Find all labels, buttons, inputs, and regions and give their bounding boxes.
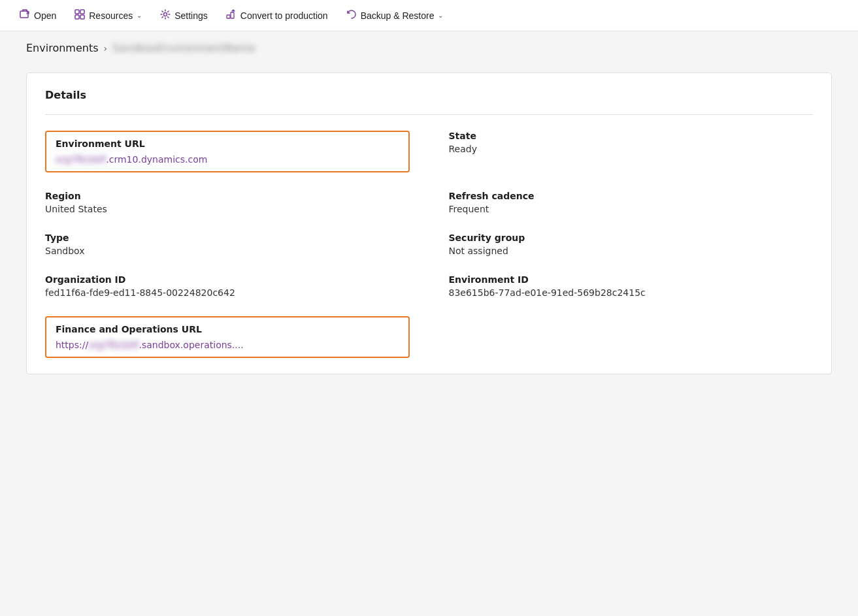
- open-label: Open: [34, 10, 56, 21]
- toolbar: Open Resources ⌄ Settings: [0, 0, 858, 31]
- backup-button[interactable]: Backup & Restore ⌄: [337, 4, 453, 27]
- resources-label: Resources: [89, 10, 133, 21]
- backup-chevron-icon: ⌄: [438, 12, 443, 19]
- svg-rect-4: [80, 15, 84, 19]
- type-field: Type Sandbox: [45, 233, 410, 256]
- env-url-value[interactable]: org7fb1b0f.crm10.dynamics.com: [56, 154, 399, 165]
- convert-button[interactable]: Convert to production: [217, 4, 337, 27]
- convert-label: Convert to production: [240, 10, 328, 21]
- svg-rect-3: [75, 15, 79, 19]
- env-url-blurred: org7fb1b0f: [56, 154, 106, 165]
- fo-url-suffix: .sandbox.operations....: [139, 340, 244, 350]
- security-group-value: Not assigned: [449, 246, 814, 256]
- org-id-field: Organization ID fed11f6a-fde9-ed11-8845-…: [45, 274, 410, 298]
- org-id-label: Organization ID: [45, 274, 410, 285]
- type-value: Sandbox: [45, 246, 410, 256]
- region-label: Region: [45, 191, 410, 201]
- svg-rect-7: [231, 12, 234, 18]
- resources-chevron-icon: ⌄: [137, 12, 142, 19]
- settings-label: Settings: [174, 10, 208, 21]
- breadcrumb-environments-link[interactable]: Environments: [26, 42, 99, 54]
- fo-url-blurred: org7fb1b0f: [88, 340, 139, 350]
- env-id-value: 83e615b6-77ad-e01e-91ed-569b28c2415c: [449, 287, 814, 298]
- fo-url-prefix: https://: [56, 340, 88, 350]
- breadcrumb-current: SandboxEnvironmentName: [112, 42, 256, 54]
- settings-button[interactable]: Settings: [151, 4, 217, 27]
- svg-rect-1: [75, 10, 79, 14]
- region-field: Region United States: [45, 191, 410, 214]
- convert-icon: [226, 9, 237, 22]
- state-label: State: [449, 131, 814, 141]
- svg-point-5: [164, 12, 167, 16]
- grid-empty-cell: [449, 316, 814, 358]
- svg-rect-2: [80, 10, 84, 14]
- details-divider: [45, 114, 813, 115]
- refresh-cadence-label: Refresh cadence: [449, 191, 814, 201]
- security-group-field: Security group Not assigned: [449, 233, 814, 256]
- svg-rect-6: [227, 15, 230, 18]
- env-id-field: Environment ID 83e615b6-77ad-e01e-91ed-5…: [449, 274, 814, 298]
- fo-url-value[interactable]: https://org7fb1b0f.sandbox.operations...…: [56, 340, 399, 350]
- region-value: United States: [45, 204, 410, 214]
- details-title: Details: [45, 89, 813, 101]
- state-value: Ready: [449, 144, 814, 154]
- state-field: State Ready: [449, 131, 814, 172]
- backup-label: Backup & Restore: [361, 10, 435, 21]
- type-label: Type: [45, 233, 410, 243]
- breadcrumb-separator: ›: [104, 43, 108, 54]
- env-url-field: Environment URL org7fb1b0f.crm10.dynamic…: [45, 131, 410, 172]
- breadcrumb: Environments › SandboxEnvironmentName: [0, 31, 858, 59]
- open-icon: [20, 9, 30, 22]
- settings-icon: [160, 9, 171, 22]
- env-url-label: Environment URL: [56, 138, 399, 149]
- open-button[interactable]: Open: [10, 4, 65, 27]
- details-grid: Environment URL org7fb1b0f.crm10.dynamic…: [45, 131, 813, 358]
- security-group-label: Security group: [449, 233, 814, 243]
- refresh-cadence-field: Refresh cadence Frequent: [449, 191, 814, 214]
- fo-url-label: Finance and Operations URL: [56, 324, 399, 334]
- main-content: Details Environment URL org7fb1b0f.crm10…: [0, 59, 858, 611]
- details-card: Details Environment URL org7fb1b0f.crm10…: [26, 73, 832, 374]
- resources-button[interactable]: Resources ⌄: [65, 4, 151, 27]
- fo-url-field: Finance and Operations URL https://org7f…: [45, 316, 410, 358]
- resources-icon: [74, 9, 85, 22]
- org-id-value: fed11f6a-fde9-ed11-8845-00224820c642: [45, 287, 410, 298]
- refresh-cadence-value: Frequent: [449, 204, 814, 214]
- env-id-label: Environment ID: [449, 274, 814, 285]
- env-url-domain: .crm10.dynamics.com: [106, 154, 207, 165]
- backup-icon: [346, 9, 357, 22]
